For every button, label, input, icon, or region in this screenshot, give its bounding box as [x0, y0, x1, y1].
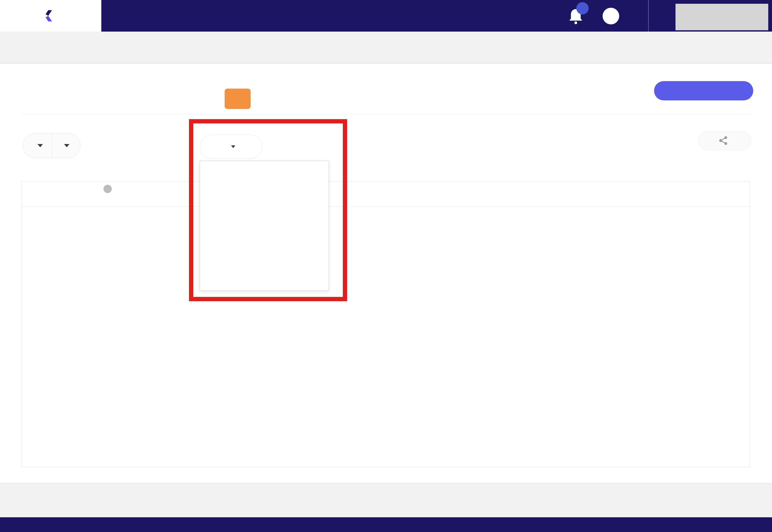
knorex-logomark-icon — [46, 10, 54, 21]
custom-funnel-button[interactable] — [654, 81, 753, 100]
filter-by-dropdown-button[interactable] — [200, 135, 263, 159]
filter-by-dropdown-menu — [200, 161, 329, 291]
beta-badge — [225, 89, 251, 109]
user-account-area[interactable] — [676, 4, 768, 30]
funnel-report-card — [21, 181, 750, 467]
caret-down-icon — [231, 145, 235, 148]
notification-badge[interactable] — [576, 2, 589, 14]
share-button[interactable] — [698, 131, 751, 150]
breadcrumb — [0, 32, 772, 63]
card-header-divider — [22, 206, 750, 207]
title-divider — [21, 114, 751, 114]
currency-icon[interactable] — [603, 8, 619, 24]
brand-logo[interactable] — [0, 0, 101, 32]
nav-divider — [648, 0, 649, 32]
funnel-analysis-page — [0, 0, 772, 532]
timezone-select[interactable] — [23, 133, 52, 158]
footer — [0, 483, 772, 517]
bottom-bar — [0, 517, 772, 532]
caret-down-icon — [64, 144, 69, 147]
top-nav — [0, 0, 772, 32]
share-icon — [719, 136, 728, 145]
date-range-select[interactable] — [52, 133, 80, 158]
caret-down-icon — [37, 144, 43, 147]
time-filter-group — [23, 133, 80, 158]
info-icon[interactable] — [103, 185, 112, 193]
